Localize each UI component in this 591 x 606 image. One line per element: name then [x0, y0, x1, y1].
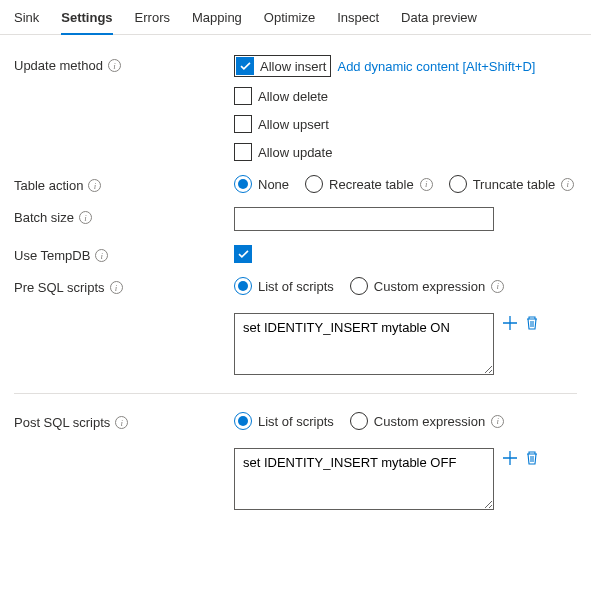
allow-delete-label: Allow delete [258, 89, 328, 104]
update-method-label: Update method [14, 58, 103, 73]
table-action-truncate-radio[interactable]: Truncate table i [449, 175, 575, 193]
radio-icon [234, 175, 252, 193]
radio-label: Custom expression [374, 279, 485, 294]
table-action-recreate-radio[interactable]: Recreate table i [305, 175, 433, 193]
batch-size-label: Batch size [14, 210, 74, 225]
add-dynamic-content-link[interactable]: Add dynamic content [Alt+Shift+D] [337, 59, 535, 74]
radio-label: Truncate table [473, 177, 556, 192]
use-tempdb-checkbox[interactable] [234, 245, 252, 263]
radio-icon [350, 277, 368, 295]
settings-form: Update method i Allow insert Add dynamic… [0, 35, 591, 544]
post-sql-custom-radio[interactable]: Custom expression i [350, 412, 504, 430]
info-icon[interactable]: i [88, 179, 101, 192]
tab-data-preview[interactable]: Data preview [401, 4, 477, 35]
allow-update-checkbox[interactable] [234, 143, 252, 161]
delete-icon[interactable] [524, 315, 540, 331]
info-icon[interactable]: i [108, 59, 121, 72]
delete-icon[interactable] [524, 450, 540, 466]
pre-sql-list-radio[interactable]: List of scripts [234, 277, 334, 295]
info-icon[interactable]: i [561, 178, 574, 191]
radio-label: None [258, 177, 289, 192]
allow-delete-checkbox[interactable] [234, 87, 252, 105]
tab-optimize[interactable]: Optimize [264, 4, 315, 35]
radio-label: List of scripts [258, 279, 334, 294]
info-icon[interactable]: i [95, 249, 108, 262]
radio-label: List of scripts [258, 414, 334, 429]
allow-insert-label: Allow insert [260, 59, 326, 74]
info-icon[interactable]: i [110, 281, 123, 294]
pre-sql-textarea[interactable] [234, 313, 494, 375]
info-icon[interactable]: i [491, 415, 504, 428]
info-icon[interactable]: i [79, 211, 92, 224]
allow-upsert-label: Allow upsert [258, 117, 329, 132]
table-action-none-radio[interactable]: None [234, 175, 289, 193]
use-tempdb-label: Use TempDB [14, 248, 90, 263]
info-icon[interactable]: i [420, 178, 433, 191]
radio-icon [449, 175, 467, 193]
add-icon[interactable] [502, 315, 518, 331]
checkbox-icon [236, 57, 254, 75]
add-icon[interactable] [502, 450, 518, 466]
pre-sql-custom-radio[interactable]: Custom expression i [350, 277, 504, 295]
tab-sink[interactable]: Sink [14, 4, 39, 35]
radio-label: Recreate table [329, 177, 414, 192]
allow-update-label: Allow update [258, 145, 332, 160]
tab-errors[interactable]: Errors [135, 4, 170, 35]
radio-icon [234, 412, 252, 430]
divider [14, 393, 577, 394]
radio-icon [350, 412, 368, 430]
table-action-label: Table action [14, 178, 83, 193]
allow-insert-checkbox[interactable]: Allow insert [234, 55, 331, 77]
info-icon[interactable]: i [491, 280, 504, 293]
allow-upsert-checkbox[interactable] [234, 115, 252, 133]
tab-mapping[interactable]: Mapping [192, 4, 242, 35]
radio-label: Custom expression [374, 414, 485, 429]
radio-icon [234, 277, 252, 295]
post-sql-textarea[interactable] [234, 448, 494, 510]
tab-bar: Sink Settings Errors Mapping Optimize In… [0, 0, 591, 35]
post-sql-label: Post SQL scripts [14, 415, 110, 430]
post-sql-list-radio[interactable]: List of scripts [234, 412, 334, 430]
batch-size-input[interactable] [234, 207, 494, 231]
tab-settings[interactable]: Settings [61, 4, 112, 35]
pre-sql-label: Pre SQL scripts [14, 280, 105, 295]
info-icon[interactable]: i [115, 416, 128, 429]
tab-inspect[interactable]: Inspect [337, 4, 379, 35]
radio-icon [305, 175, 323, 193]
